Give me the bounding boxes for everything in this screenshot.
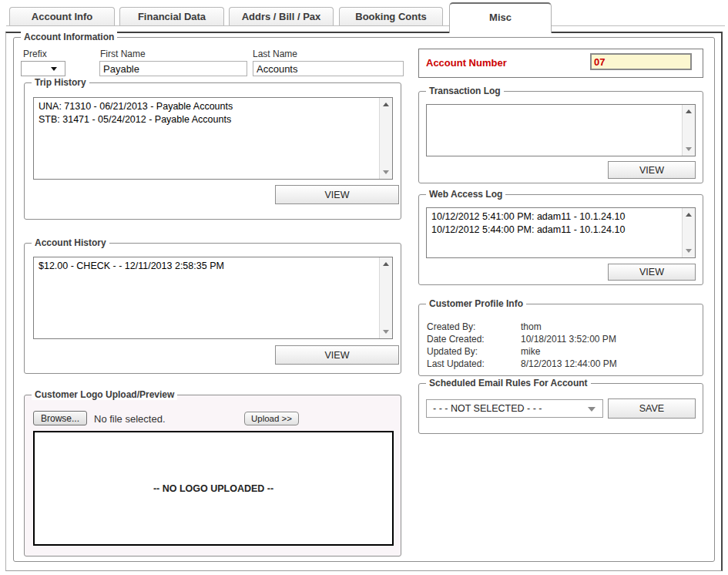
profile-row-label: Updated By: bbox=[427, 346, 478, 357]
web-access-log-items: 10/12/2012 5:41:00 PM: adam11 - 10.1.24.… bbox=[427, 208, 682, 257]
tab-misc[interactable]: Misc bbox=[449, 2, 552, 33]
scroll-up-icon[interactable] bbox=[380, 99, 392, 110]
profile-row-label: Created By: bbox=[427, 321, 475, 332]
transaction-log-items bbox=[427, 105, 682, 156]
account-history-list[interactable]: $12.00 - CHECK - - 12/11/2013 2:58:35 PM bbox=[33, 257, 393, 339]
scroll-down-icon[interactable] bbox=[380, 326, 392, 338]
scroll-down-icon[interactable] bbox=[683, 245, 695, 257]
tab-label: Booking Conts bbox=[355, 11, 426, 22]
list-item[interactable]: STB: 31471 - 05/24/2012 - Payable Accoun… bbox=[39, 113, 379, 126]
profile-row-value: mike bbox=[521, 346, 540, 357]
profile-row-value: 10/18/2011 3:52:00 PM bbox=[521, 334, 616, 345]
chevron-down-icon bbox=[588, 407, 595, 412]
vertical-scrollbar[interactable] bbox=[379, 257, 392, 338]
list-item[interactable]: 10/12/2012 5:41:00 PM: adam11 - 10.1.24.… bbox=[431, 210, 682, 224]
button-label: VIEW bbox=[325, 190, 350, 200]
tab-account-info[interactable]: Account Info bbox=[9, 7, 115, 25]
button-label: SAVE bbox=[639, 403, 664, 414]
account-number-input[interactable] bbox=[590, 53, 692, 70]
first-name-label: First Name bbox=[100, 49, 146, 59]
button-label: VIEW bbox=[639, 267, 664, 277]
tab-financial-data[interactable]: Financial Data bbox=[119, 7, 224, 25]
scroll-up-icon[interactable] bbox=[683, 209, 695, 220]
account-information-legend: Account Information bbox=[21, 32, 117, 42]
first-name-input[interactable] bbox=[99, 61, 247, 76]
profile-row-label: Date Created: bbox=[427, 334, 485, 345]
tab-strip-divider bbox=[6, 25, 725, 26]
vertical-scrollbar[interactable] bbox=[379, 98, 392, 179]
scroll-up-icon[interactable] bbox=[380, 258, 392, 270]
account-history-legend: Account History bbox=[32, 237, 109, 248]
account-number-label: Account Number bbox=[426, 57, 507, 69]
scroll-up-icon[interactable] bbox=[683, 106, 695, 117]
last-name-label: Last Name bbox=[253, 49, 297, 59]
profile-row-value: thom bbox=[521, 321, 542, 332]
prefix-label: Prefix bbox=[23, 49, 47, 59]
web-access-log-list[interactable]: 10/12/2012 5:41:00 PM: adam11 - 10.1.24.… bbox=[426, 207, 696, 258]
browse-button[interactable]: Browse... bbox=[33, 411, 87, 425]
logo-upload-legend: Customer Logo Upload/Preview bbox=[32, 389, 177, 400]
button-label: Upload >> bbox=[251, 414, 292, 423]
profile-row-value: 8/12/2013 12:44:00 PM bbox=[521, 358, 617, 369]
vertical-scrollbar[interactable] bbox=[682, 105, 695, 156]
file-status-text: No file selected. bbox=[94, 413, 166, 425]
button-label: Browse... bbox=[41, 413, 79, 424]
trip-history-view-button[interactable]: VIEW bbox=[275, 185, 399, 204]
scroll-down-icon[interactable] bbox=[683, 143, 695, 155]
customer-profile-legend: Customer Profile Info bbox=[426, 298, 526, 309]
last-name-input[interactable] bbox=[253, 61, 404, 76]
list-item[interactable]: UNA: 71310 - 06/21/2013 - Payable Accoun… bbox=[39, 100, 379, 113]
tab-label: Misc bbox=[489, 12, 512, 23]
prefix-dropdown[interactable] bbox=[21, 61, 65, 76]
customer-profile-group: Customer Profile Info Created By: thom D… bbox=[418, 304, 703, 376]
list-item[interactable]: $12.00 - CHECK - - 12/11/2013 2:58:35 PM bbox=[39, 260, 379, 273]
email-rules-save-button[interactable]: SAVE bbox=[608, 398, 696, 419]
button-label: VIEW bbox=[639, 165, 664, 176]
button-label: VIEW bbox=[325, 350, 350, 361]
profile-row-label: Last Updated: bbox=[427, 358, 485, 369]
upload-button[interactable]: Upload >> bbox=[244, 412, 299, 425]
dropdown-value: - - - NOT SELECTED - - - bbox=[427, 403, 542, 414]
no-logo-placeholder: -- NO LOGO UPLOADED -- bbox=[153, 483, 273, 494]
tab-booking-conts[interactable]: Booking Conts bbox=[339, 7, 443, 25]
transaction-log-legend: Transaction Log bbox=[426, 86, 504, 96]
trip-history-legend: Trip History bbox=[32, 77, 89, 88]
email-rules-dropdown[interactable]: - - - NOT SELECTED - - - bbox=[426, 399, 603, 418]
transaction-log-view-button[interactable]: VIEW bbox=[608, 161, 696, 179]
transaction-log-list[interactable] bbox=[426, 104, 696, 156]
account-misc-screen: Account Info Financial Data Addrs / Bill… bbox=[0, 0, 728, 575]
tab-label: Addrs / Bill / Pax bbox=[242, 11, 321, 22]
web-access-log-legend: Web Access Log bbox=[426, 189, 505, 200]
logo-preview-box: -- NO LOGO UPLOADED -- bbox=[33, 431, 394, 546]
account-history-view-button[interactable]: VIEW bbox=[275, 345, 399, 365]
trip-history-list[interactable]: UNA: 71310 - 06/21/2013 - Payable Accoun… bbox=[33, 97, 393, 180]
email-rules-legend: Scheduled Email Rules For Account bbox=[426, 378, 591, 388]
scroll-down-icon[interactable] bbox=[380, 166, 392, 178]
vertical-scrollbar[interactable] bbox=[682, 208, 695, 257]
tab-addrs-bill-pax[interactable]: Addrs / Bill / Pax bbox=[229, 7, 334, 25]
account-history-items: $12.00 - CHECK - - 12/11/2013 2:58:35 PM bbox=[34, 257, 379, 338]
list-item[interactable]: 10/12/2012 5:44:00 PM: adam11 - 10.1.24.… bbox=[431, 224, 682, 237]
tab-label: Account Info bbox=[32, 11, 92, 22]
web-access-log-view-button[interactable]: VIEW bbox=[608, 264, 696, 281]
tab-label: Financial Data bbox=[138, 11, 206, 22]
chevron-down-icon bbox=[51, 67, 57, 71]
trip-history-items: UNA: 71310 - 06/21/2013 - Payable Accoun… bbox=[34, 98, 379, 179]
